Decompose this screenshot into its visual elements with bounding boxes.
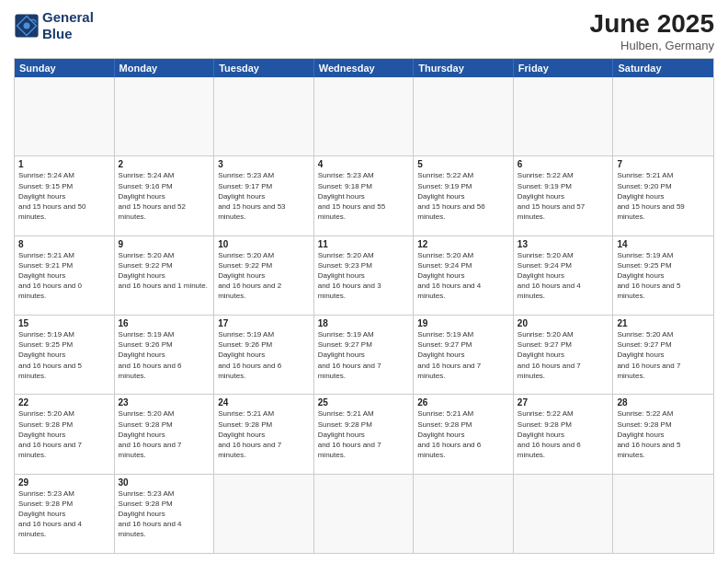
header-tuesday: Tuesday: [214, 59, 314, 77]
calendar-week-5: 29Sunrise: 5:23 AMSunset: 9:28 PMDayligh…: [15, 475, 713, 553]
calendar: Sunday Monday Tuesday Wednesday Thursday…: [14, 58, 714, 554]
header-wednesday: Wednesday: [314, 59, 415, 77]
day-number: 19: [417, 318, 509, 328]
table-row: 4Sunrise: 5:23 AMSunset: 9:18 PMDaylight…: [314, 156, 415, 235]
day-number: 20: [518, 318, 609, 328]
table-row: 19Sunrise: 5:19 AMSunset: 9:27 PMDayligh…: [414, 316, 514, 394]
day-number: 24: [218, 397, 310, 408]
cell-info: Sunrise: 5:22 AMSunset: 9:28 PMDaylight …: [617, 408, 710, 460]
cell-info: Sunrise: 5:20 AMSunset: 9:23 PMDaylight …: [318, 250, 410, 302]
table-row: [414, 77, 514, 155]
calendar-week-4: 22Sunrise: 5:20 AMSunset: 9:28 PMDayligh…: [15, 395, 713, 474]
day-number: 14: [617, 239, 710, 249]
logo: GeneralBlue: [14, 9, 94, 42]
day-number: 4: [318, 159, 410, 169]
table-row: 2Sunrise: 5:24 AMSunset: 9:16 PMDaylight…: [115, 156, 215, 235]
day-number: 27: [518, 397, 609, 408]
logo-line2: Blue: [42, 26, 73, 41]
day-number: 29: [18, 477, 110, 488]
cell-info: Sunrise: 5:19 AMSunset: 9:25 PMDaylight …: [18, 329, 110, 381]
table-row: [214, 77, 314, 155]
cell-info: Sunrise: 5:20 AMSunset: 9:28 PMDaylight …: [119, 408, 210, 460]
cell-info: Sunrise: 5:22 AMSunset: 9:28 PMDaylight …: [518, 408, 609, 460]
cell-info: Sunrise: 5:21 AMSunset: 9:28 PMDaylight …: [417, 408, 509, 460]
day-number: 5: [417, 159, 509, 169]
day-number: 3: [218, 159, 310, 169]
table-row: 29Sunrise: 5:23 AMSunset: 9:28 PMDayligh…: [15, 475, 115, 553]
cell-info: Sunrise: 5:19 AMSunset: 9:27 PMDaylight …: [318, 329, 410, 381]
table-row: 13Sunrise: 5:20 AMSunset: 9:24 PMDayligh…: [514, 236, 614, 315]
calendar-body: 1Sunrise: 5:24 AMSunset: 9:15 PMDaylight…: [15, 77, 713, 553]
logo-line1: General: [42, 9, 94, 25]
table-row: 22Sunrise: 5:20 AMSunset: 9:28 PMDayligh…: [15, 395, 115, 473]
table-row: [115, 77, 215, 155]
cell-info: Sunrise: 5:19 AMSunset: 9:27 PMDaylight …: [417, 329, 509, 381]
table-row: [15, 77, 115, 155]
table-row: [214, 475, 314, 553]
table-row: [514, 475, 614, 553]
table-row: 1Sunrise: 5:24 AMSunset: 9:15 PMDaylight…: [15, 156, 115, 235]
table-row: 25Sunrise: 5:21 AMSunset: 9:28 PMDayligh…: [314, 395, 415, 473]
day-number: 23: [119, 397, 210, 408]
cell-info: Sunrise: 5:22 AMSunset: 9:19 PMDaylight …: [518, 170, 609, 222]
table-row: 8Sunrise: 5:21 AMSunset: 9:21 PMDaylight…: [15, 236, 115, 315]
page: GeneralBlue June 2025 Hulben, Germany Su…: [0, 0, 728, 563]
month-title: June 2025: [590, 9, 714, 39]
table-row: [514, 77, 614, 155]
cell-info: Sunrise: 5:23 AMSunset: 9:28 PMDaylight …: [119, 488, 210, 540]
day-number: 8: [18, 239, 110, 249]
day-number: 1: [18, 159, 110, 169]
table-row: 5Sunrise: 5:22 AMSunset: 9:19 PMDaylight…: [414, 156, 514, 235]
cell-info: Sunrise: 5:19 AMSunset: 9:26 PMDaylight …: [119, 329, 210, 381]
table-row: 24Sunrise: 5:21 AMSunset: 9:28 PMDayligh…: [214, 395, 314, 473]
table-row: 15Sunrise: 5:19 AMSunset: 9:25 PMDayligh…: [15, 316, 115, 394]
cell-info: Sunrise: 5:20 AMSunset: 9:27 PMDaylight …: [518, 329, 609, 381]
day-number: 7: [617, 159, 710, 169]
table-row: 17Sunrise: 5:19 AMSunset: 9:26 PMDayligh…: [214, 316, 314, 394]
day-number: 25: [318, 397, 410, 408]
day-number: 26: [417, 397, 509, 408]
table-row: 9Sunrise: 5:20 AMSunset: 9:22 PMDaylight…: [115, 236, 215, 315]
header-thursday: Thursday: [414, 59, 514, 77]
table-row: [613, 475, 713, 553]
table-row: 12Sunrise: 5:20 AMSunset: 9:24 PMDayligh…: [414, 236, 514, 315]
cell-info: Sunrise: 5:23 AMSunset: 9:17 PMDaylight …: [218, 170, 310, 222]
cell-info: Sunrise: 5:24 AMSunset: 9:15 PMDaylight …: [18, 170, 110, 222]
table-row: 7Sunrise: 5:21 AMSunset: 9:20 PMDaylight…: [613, 156, 713, 235]
header-sunday: Sunday: [15, 59, 115, 77]
day-number: 30: [119, 477, 210, 488]
table-row: 30Sunrise: 5:23 AMSunset: 9:28 PMDayligh…: [115, 475, 215, 553]
table-row: 20Sunrise: 5:20 AMSunset: 9:27 PMDayligh…: [514, 316, 614, 394]
logo-icon: [14, 13, 40, 39]
svg-point-2: [24, 23, 30, 29]
table-row: [613, 77, 713, 155]
calendar-week-0: [15, 77, 713, 156]
table-row: 11Sunrise: 5:20 AMSunset: 9:23 PMDayligh…: [314, 236, 415, 315]
calendar-week-3: 15Sunrise: 5:19 AMSunset: 9:25 PMDayligh…: [15, 316, 713, 395]
calendar-week-2: 8Sunrise: 5:21 AMSunset: 9:21 PMDaylight…: [15, 236, 713, 316]
table-row: 27Sunrise: 5:22 AMSunset: 9:28 PMDayligh…: [514, 395, 614, 473]
header: GeneralBlue June 2025 Hulben, Germany: [14, 9, 714, 52]
day-number: 15: [18, 318, 110, 328]
day-number: 21: [617, 318, 710, 328]
cell-info: Sunrise: 5:19 AMSunset: 9:25 PMDaylight …: [617, 250, 710, 302]
calendar-week-1: 1Sunrise: 5:24 AMSunset: 9:15 PMDaylight…: [15, 156, 713, 236]
day-number: 13: [518, 239, 609, 249]
table-row: 26Sunrise: 5:21 AMSunset: 9:28 PMDayligh…: [414, 395, 514, 473]
logo-text: GeneralBlue: [42, 9, 94, 42]
cell-info: Sunrise: 5:21 AMSunset: 9:28 PMDaylight …: [218, 408, 310, 460]
cell-info: Sunrise: 5:20 AMSunset: 9:27 PMDaylight …: [617, 329, 710, 381]
table-row: [314, 475, 415, 553]
table-row: 14Sunrise: 5:19 AMSunset: 9:25 PMDayligh…: [613, 236, 713, 315]
header-saturday: Saturday: [613, 59, 713, 77]
day-number: 17: [218, 318, 310, 328]
cell-info: Sunrise: 5:22 AMSunset: 9:19 PMDaylight …: [417, 170, 509, 222]
cell-info: Sunrise: 5:20 AMSunset: 9:22 PMDaylight …: [119, 250, 210, 292]
cell-info: Sunrise: 5:19 AMSunset: 9:26 PMDaylight …: [218, 329, 310, 381]
cell-info: Sunrise: 5:20 AMSunset: 9:24 PMDaylight …: [417, 250, 509, 302]
day-number: 28: [617, 397, 710, 408]
calendar-header: Sunday Monday Tuesday Wednesday Thursday…: [15, 59, 713, 77]
cell-info: Sunrise: 5:23 AMSunset: 9:28 PMDaylight …: [18, 488, 110, 540]
table-row: 18Sunrise: 5:19 AMSunset: 9:27 PMDayligh…: [314, 316, 415, 394]
table-row: 28Sunrise: 5:22 AMSunset: 9:28 PMDayligh…: [613, 395, 713, 473]
